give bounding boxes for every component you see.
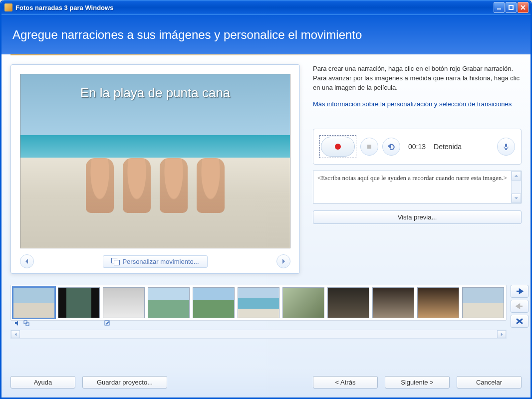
- record-icon: [335, 144, 341, 150]
- wizard-footer: Ayuda Guardar proyecto... < Atrás Siguie…: [1, 369, 531, 398]
- notes-scrollbar[interactable]: [511, 171, 521, 203]
- thumbnail[interactable]: [462, 287, 504, 318]
- recording-status: Detenida: [434, 143, 493, 151]
- chevron-left-icon: [13, 332, 18, 337]
- app-icon: [4, 3, 12, 11]
- thumbnail[interactable]: [372, 287, 414, 318]
- next-button[interactable]: Siguiente >: [385, 376, 450, 389]
- instructions-text: Para crear una narración, haga clic en e…: [313, 64, 522, 93]
- svg-rect-4: [24, 321, 27, 324]
- microphone-icon: [503, 143, 510, 150]
- stop-button[interactable]: [360, 138, 378, 156]
- back-button[interactable]: < Atrás: [313, 376, 378, 389]
- thumbnail[interactable]: [58, 287, 100, 318]
- motion-icon: [111, 258, 119, 265]
- recording-time: 00:13: [408, 143, 426, 151]
- undo-button[interactable]: [382, 138, 400, 156]
- scroll-left-button[interactable]: [11, 330, 20, 338]
- thumbnail[interactable]: [327, 287, 369, 318]
- chevron-down-icon: [514, 196, 519, 200]
- content-area: En la playa de punta cana Personalizar m…: [1, 55, 531, 369]
- record-button[interactable]: [321, 137, 355, 157]
- cancel-button[interactable]: Cancelar: [457, 376, 522, 389]
- filmstrip: [10, 285, 507, 321]
- app-window: Fotos narradas 3 para Windows Agregue na…: [0, 0, 532, 399]
- chevron-right-icon: [500, 332, 504, 337]
- delete-thumbnail-button[interactable]: [511, 315, 529, 328]
- motion-badge-icon: [23, 320, 29, 326]
- thumbnail[interactable]: [103, 287, 145, 318]
- next-image-button[interactable]: [276, 254, 290, 268]
- page-title: Agregue narraciones a sus imágenes y per…: [1, 15, 531, 54]
- svg-rect-0: [497, 8, 501, 9]
- chevron-up-icon: [514, 174, 519, 178]
- svg-rect-2: [367, 145, 371, 149]
- edit-badge-icon: [104, 320, 110, 326]
- save-project-button[interactable]: Guardar proyecto...: [82, 376, 167, 389]
- preview-button[interactable]: Vista previa...: [313, 210, 522, 224]
- close-button[interactable]: [518, 2, 529, 13]
- customize-motion-button[interactable]: Personalizar movimiento...: [103, 255, 207, 268]
- thumbnail[interactable]: [193, 287, 235, 318]
- customize-motion-label: Personalizar movimiento...: [122, 258, 199, 265]
- preview-image[interactable]: En la playa de punta cana: [20, 74, 290, 248]
- thumbnail[interactable]: [417, 287, 459, 318]
- arrow-left-icon: [516, 303, 524, 310]
- move-left-button[interactable]: [511, 300, 529, 313]
- undo-icon: [388, 143, 395, 150]
- window-title: Fotos narradas 3 para Windows: [15, 4, 494, 11]
- svg-rect-5: [26, 323, 29, 326]
- microphone-settings-button[interactable]: [497, 138, 515, 156]
- image-caption: En la playa de punta cana: [20, 85, 290, 101]
- narration-badge-icon: [14, 320, 20, 326]
- scroll-right-button[interactable]: [497, 330, 506, 338]
- minimize-button[interactable]: [494, 2, 505, 13]
- arrow-right-icon: [516, 288, 524, 295]
- filmstrip-scrollbar[interactable]: [10, 330, 507, 339]
- notes-field-wrap: [313, 171, 522, 203]
- preview-frame: En la playa de punta cana Personalizar m…: [10, 64, 300, 274]
- svg-rect-1: [509, 5, 513, 9]
- chevron-right-icon: [280, 258, 286, 264]
- image-content: [86, 158, 225, 213]
- stop-icon: [366, 143, 373, 150]
- thumbnail[interactable]: [282, 287, 324, 318]
- scroll-up-button[interactable]: [512, 171, 521, 181]
- prev-image-button[interactable]: [20, 254, 34, 268]
- delete-icon: [516, 318, 524, 325]
- scroll-down-button[interactable]: [512, 194, 521, 203]
- recorder-panel: 00:13 Detenida: [313, 129, 522, 165]
- record-button-focus: [319, 135, 356, 158]
- notes-textarea[interactable]: [313, 171, 511, 203]
- transitions-help-link[interactable]: Más información sobre la personalización…: [313, 100, 512, 109]
- thumbnail[interactable]: [238, 287, 279, 318]
- help-button[interactable]: Ayuda: [10, 376, 75, 389]
- titlebar[interactable]: Fotos narradas 3 para Windows: [1, 0, 531, 15]
- move-right-button[interactable]: [511, 285, 529, 298]
- svg-rect-3: [505, 144, 507, 147]
- chevron-left-icon: [24, 258, 30, 264]
- maximize-button[interactable]: [506, 2, 517, 13]
- thumbnail[interactable]: [148, 287, 190, 318]
- thumbnail[interactable]: [13, 287, 55, 318]
